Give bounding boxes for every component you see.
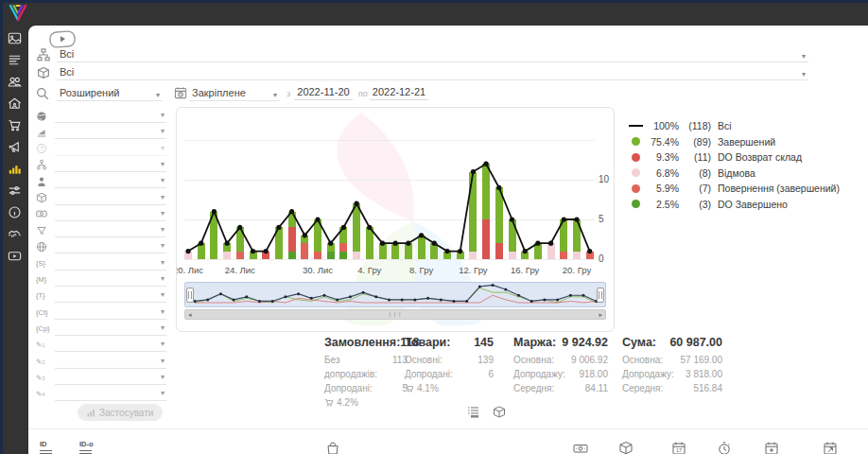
hierarchy-select[interactable]: ▾: [55, 158, 166, 172]
filter-row-pencil-4: ✎4▾: [28, 387, 180, 402]
utm-term-select[interactable]: ▾: [55, 288, 166, 303]
bottom-tab-id-dash-o[interactable]: ID-o: [79, 441, 94, 454]
pencil-4-icon: ✎4: [36, 388, 50, 400]
legend-count: (118): [679, 120, 711, 131]
period-type-select[interactable]: Закріплене ▾: [189, 85, 280, 101]
person-select[interactable]: ▾: [55, 174, 166, 188]
search-mode-value: Розширений: [60, 87, 119, 98]
stat-title: Замовлення:: [324, 336, 400, 349]
sidebar-item-analytics[interactable]: [0, 158, 28, 180]
bar-segment: [469, 172, 477, 252]
filter-row-hierarchy: ▾: [28, 158, 180, 173]
web-select[interactable]: ▾: [55, 239, 166, 253]
range-handle-left[interactable]: [186, 288, 194, 303]
bar-segment: [509, 219, 516, 252]
chevron-down-icon: ▾: [802, 49, 806, 64]
sidebar-item-handshake[interactable]: [0, 223, 28, 245]
sidebar-item-sliders[interactable]: [0, 180, 28, 201]
sidebar-item-users[interactable]: [0, 71, 28, 93]
bar-segment: [534, 243, 542, 259]
gridline: [184, 259, 595, 260]
utm-medium-select[interactable]: ▾: [55, 272, 166, 287]
scroll-right-arrow[interactable]: ▸: [599, 310, 602, 319]
bottom-tab-package[interactable]: [618, 441, 634, 454]
date-from-input[interactable]: 2022-11-20: [294, 85, 353, 100]
filter-row-pencil-3: ✎3▾: [28, 371, 180, 386]
legend-count: (3): [679, 199, 711, 210]
banknote-icon: [36, 208, 50, 220]
globe-select[interactable]: ▾: [55, 109, 166, 123]
bottom-tab-banknote[interactable]: [573, 441, 588, 454]
top-accent-line: [0, 0, 868, 3]
bar-segment: [379, 243, 387, 259]
bottom-tab-calendar-add[interactable]: [764, 441, 779, 454]
pencil-2-select[interactable]: ▾: [55, 355, 166, 369]
sidebar-item-megaphone[interactable]: [0, 136, 28, 158]
ramp-select[interactable]: ▾: [55, 125, 166, 139]
funnel-select[interactable]: ▾: [55, 223, 166, 237]
bar-segment: [482, 219, 490, 259]
sidebar-item-card-image[interactable]: [0, 27, 28, 49]
toggle-package-icon[interactable]: [493, 406, 506, 419]
stat-title: Сума:: [622, 336, 656, 349]
bar-segment: [236, 227, 244, 251]
utm-content-select[interactable]: ▾: [55, 306, 166, 320]
date-to-input[interactable]: 2022-12-21: [370, 85, 428, 100]
legend-count: (7): [679, 183, 711, 194]
range-handle-right[interactable]: [597, 288, 604, 303]
product-select[interactable]: Всі ▾: [57, 64, 808, 80]
banknote-select[interactable]: ▾: [55, 207, 166, 221]
chevron-down-icon: ▾: [802, 67, 806, 82]
chevron-down-icon: ▾: [161, 274, 165, 283]
legend-item[interactable]: 100%(118)Всі: [626, 118, 862, 134]
sidebar-item-orders-list[interactable]: [0, 49, 28, 71]
pencil-4-select[interactable]: ▾: [55, 387, 166, 401]
legend-item[interactable]: 9.3%(11)DO Возврат склад: [626, 149, 862, 166]
bottom-tab-stopwatch[interactable]: [717, 441, 732, 454]
bottom-tab-calendar-export[interactable]: [823, 441, 838, 454]
search-mode-select[interactable]: Розширений ▾: [57, 85, 163, 101]
pencil-3-icon: ✎3: [36, 372, 50, 384]
question-select[interactable]: ▾: [55, 142, 166, 156]
legend-percent: 100%: [645, 120, 679, 131]
pencil-1-select[interactable]: ▾: [55, 338, 166, 352]
apply-button-label: Застосувати: [99, 408, 153, 418]
bottom-tab-calendar-date[interactable]: 17: [671, 441, 686, 454]
legend-label: DO Возврат склад: [718, 151, 802, 163]
package-select[interactable]: ▾: [55, 191, 166, 205]
utm-campaign-select[interactable]: ▾: [55, 322, 166, 336]
magnifier-icon: [36, 87, 49, 100]
legend-item[interactable]: 6.8%(8)Відмова: [626, 166, 862, 182]
bar-segment: [339, 243, 347, 251]
filter-row-utm-term: {T}▾: [28, 288, 180, 304]
pencil-3-select[interactable]: ▾: [55, 371, 166, 385]
bottom-tab-id-lines[interactable]: ID: [40, 441, 52, 454]
source-select[interactable]: Всі ▾: [57, 46, 808, 62]
toggle-list-details-icon[interactable]: [467, 406, 480, 419]
sidebar-item-info[interactable]: [0, 201, 28, 223]
legend-item[interactable]: 2.5%(3)DO Завершено: [626, 197, 862, 213]
scroll-grip[interactable]: | | |: [389, 311, 401, 317]
scroll-left-arrow[interactable]: ◂: [188, 310, 192, 319]
stopwatch-icon: [717, 441, 732, 454]
brand-logo[interactable]: [7, 3, 29, 24]
utm-source-select[interactable]: ▾: [55, 256, 166, 271]
sidebar-item-video[interactable]: [0, 245, 28, 267]
analytics-icon: [7, 161, 23, 177]
sidebar-item-cart[interactable]: [0, 114, 28, 136]
range-selector-minimap[interactable]: [184, 282, 606, 307]
legend-item[interactable]: 5.9%(7)Повернення (завершений): [626, 181, 862, 197]
stat-subrow: Середня:516.84: [622, 381, 722, 395]
product-select-value: Всі: [60, 66, 74, 78]
bar-segment: [573, 252, 581, 259]
filter-row-ramp: ▾: [28, 125, 180, 140]
date-to-label: по: [358, 89, 368, 98]
apply-filters-button[interactable]: Застосувати: [78, 404, 163, 421]
legend-count: (8): [679, 167, 711, 179]
legend-item[interactable]: 75.4%(89)Завершений: [626, 134, 862, 150]
filter-row-utm-source: {S}▾: [28, 256, 180, 271]
sidebar-item-warehouse[interactable]: [0, 93, 28, 114]
sidebar-nav: [0, 26, 28, 454]
bottom-tab-bag[interactable]: [325, 441, 340, 454]
chart-scrollbar[interactable]: ◂ | | | ▸: [184, 309, 606, 320]
